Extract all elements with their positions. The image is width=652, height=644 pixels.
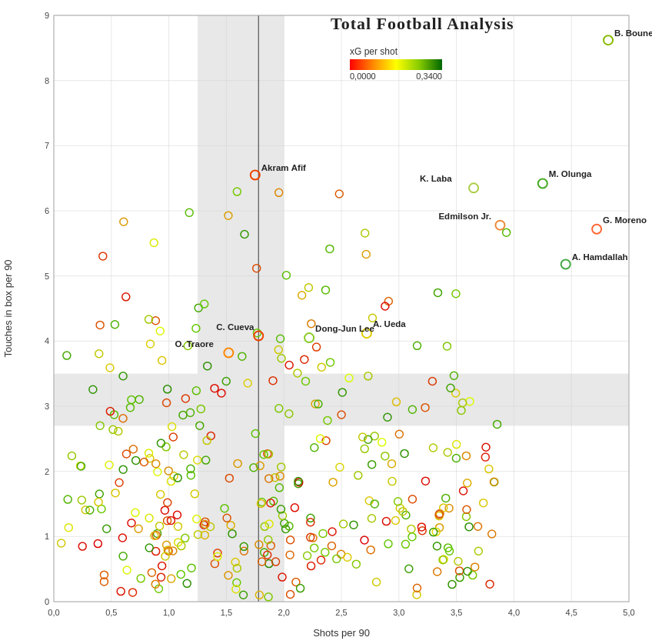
- legend-container: xG per shot 0,0000 0,3400: [350, 46, 442, 81]
- legend-values: 0,0000 0,3400: [350, 72, 442, 81]
- chart-title: Total Football Analysis: [331, 14, 514, 34]
- legend-max: 0,3400: [416, 72, 442, 81]
- chart-container: Total Football Analysis xG per shot 0,00…: [0, 0, 652, 644]
- legend-min: 0,0000: [350, 72, 376, 81]
- legend-title: xG per shot: [350, 46, 442, 57]
- legend-gradient: [350, 59, 442, 70]
